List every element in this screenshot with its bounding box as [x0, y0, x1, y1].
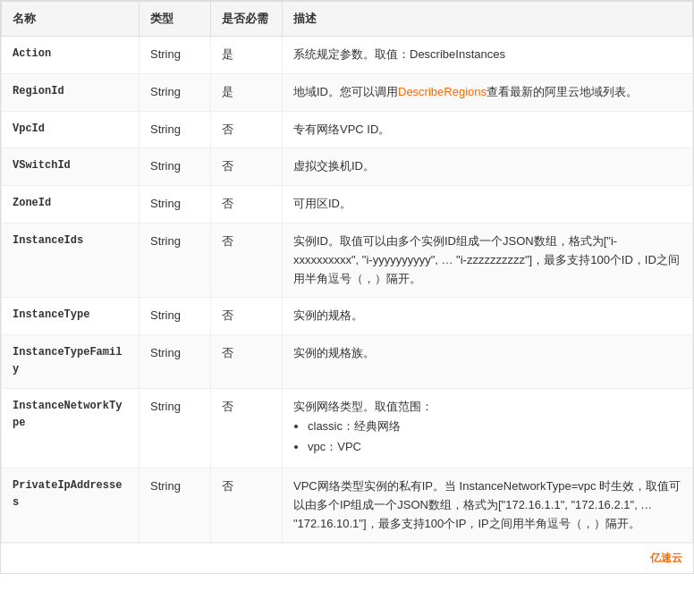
table-row: ActionString是系统规定参数。取值：DescribeInstances	[2, 37, 693, 74]
table-row: VpcIdString否专有网络VPC ID。	[2, 111, 693, 148]
page-footer: 亿速云	[1, 543, 693, 573]
cell-name: InstanceTypeFamily	[2, 335, 140, 388]
cell-required: 否	[211, 468, 283, 542]
cell-required: 否	[211, 335, 283, 388]
table-row: ZoneIdString否可用区ID。	[2, 186, 693, 224]
cell-required: 否	[211, 388, 283, 468]
desc-bullet-item: classic：经典网络	[308, 418, 681, 436]
desc-bullet-list: classic：经典网络vpc：VPC	[293, 418, 681, 457]
cell-desc: 实例网络类型。取值范围：classic：经典网络vpc：VPC	[283, 388, 693, 468]
cell-type: String	[140, 223, 211, 297]
table-row: RegionIdString是地域ID。您可以调用DescribeRegions…	[2, 73, 693, 111]
cell-required: 否	[211, 111, 283, 148]
cell-name: Action	[2, 37, 140, 74]
cell-type: String	[140, 468, 211, 542]
table-row: VSwitchIdString否虚拟交换机ID。	[2, 148, 693, 186]
cell-name: InstanceIds	[2, 223, 140, 297]
cell-type: String	[140, 335, 211, 388]
cell-name: ZoneId	[2, 186, 140, 224]
cell-name: RegionId	[2, 73, 140, 111]
cell-desc: 实例的规格族。	[283, 335, 693, 388]
cell-required: 是	[211, 37, 283, 74]
cell-type: String	[140, 388, 211, 468]
cell-desc: 实例ID。取值可以由多个实例ID组成一个JSON数组，格式为["i-xxxxxx…	[283, 223, 693, 297]
cell-required: 否	[211, 298, 283, 335]
table-row: InstanceIdsString否实例ID。取值可以由多个实例ID组成一个JS…	[2, 223, 693, 297]
footer-logo: 亿速云	[650, 552, 682, 564]
cell-required: 否	[211, 148, 283, 186]
table-row: InstanceTypeFamilyString否实例的规格族。	[2, 335, 693, 388]
cell-type: String	[140, 37, 211, 74]
cell-type: String	[140, 148, 211, 186]
header-type: 类型	[140, 2, 211, 37]
cell-desc: 实例的规格。	[283, 298, 693, 335]
desc-bullet-item: vpc：VPC	[308, 438, 681, 457]
cell-desc: 虚拟交换机ID。	[283, 148, 693, 186]
cell-type: String	[140, 73, 211, 111]
cell-type: String	[140, 111, 211, 148]
table-header-row: 名称 类型 是否必需 描述	[2, 2, 693, 37]
cell-name: InstanceNetworkType	[2, 388, 140, 468]
cell-type: String	[140, 298, 211, 335]
header-required: 是否必需	[211, 2, 283, 37]
table-row: PrivateIpAddressesString否VPC网络类型实例的私有IP。…	[2, 468, 693, 542]
cell-name: VSwitchId	[2, 148, 140, 186]
header-desc: 描述	[283, 2, 693, 37]
table-row: InstanceTypeString否实例的规格。	[2, 298, 693, 335]
cell-type: String	[140, 186, 211, 224]
cell-desc: 可用区ID。	[283, 186, 693, 224]
cell-desc: 系统规定参数。取值：DescribeInstances	[283, 37, 693, 74]
header-name: 名称	[2, 2, 140, 37]
cell-name: VpcId	[2, 111, 140, 148]
cell-required: 是	[211, 73, 283, 111]
table-row: InstanceNetworkTypeString否实例网络类型。取值范围：cl…	[2, 388, 693, 468]
desc-text: 实例网络类型。取值范围：	[293, 398, 681, 417]
api-params-table: 名称 类型 是否必需 描述 ActionString是系统规定参数。取值：Des…	[0, 0, 694, 574]
cell-desc: VPC网络类型实例的私有IP。当 InstanceNetworkType=vpc…	[283, 468, 693, 542]
cell-desc: 地域ID。您可以调用DescribeRegions查看最新的阿里云地域列表。	[283, 73, 693, 111]
cell-required: 否	[211, 186, 283, 224]
cell-name: InstanceType	[2, 298, 140, 335]
cell-required: 否	[211, 223, 283, 297]
cell-desc: 专有网络VPC ID。	[283, 111, 693, 148]
desc-link[interactable]: DescribeRegions	[398, 85, 487, 98]
cell-name: PrivateIpAddresses	[2, 468, 140, 542]
